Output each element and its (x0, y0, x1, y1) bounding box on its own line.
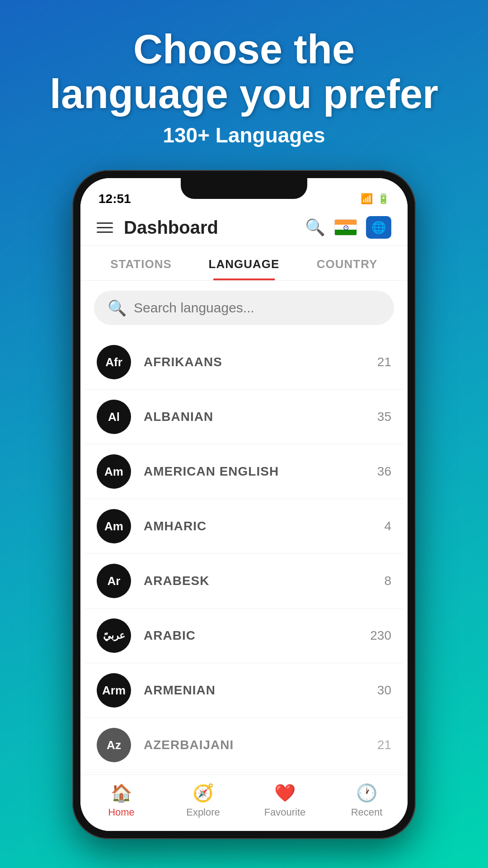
search-bar[interactable]: 🔍 (94, 291, 394, 325)
nav-recent[interactable]: 🕐 Recent (326, 783, 408, 818)
header-left: Dashboard (97, 217, 218, 238)
battery-icon: 🔋 (377, 193, 389, 205)
lang-avatar-amharic: Am (97, 509, 131, 543)
list-item[interactable]: Am AMERICAN ENGLISH 36 (85, 444, 403, 499)
status-bar: 12:51 📶 🔋 (80, 178, 408, 210)
lang-name-american-english: AMERICAN ENGLISH (144, 464, 377, 479)
lang-name-albanian: ALBANIAN (144, 410, 377, 424)
list-item[interactable]: Al ALBANIAN 35 (85, 390, 403, 444)
lang-count-azerbaijani: 21 (377, 738, 391, 752)
lang-name-azerbaijani: AZERBAIJANI (144, 738, 377, 752)
lang-avatar-arabic: عربيً (97, 618, 131, 653)
bottom-nav: 🏠 Home 🧭 Explore ❤️ Favourite 🕐 Recent (80, 774, 408, 831)
wifi-icon: 📶 (361, 193, 373, 205)
nav-explore-label: Explore (186, 807, 220, 818)
list-item[interactable]: Az AZERBAIJANI 21 (85, 718, 403, 773)
list-item[interactable]: Ar ARABESK 8 (85, 554, 403, 609)
tab-language[interactable]: LANGUAGE (192, 245, 296, 280)
phone-screen: 12:51 📶 🔋 Dashboard (80, 178, 408, 831)
lang-name-afrikaans: AFRIKAANS (144, 355, 377, 369)
hero-subtitle: 130+ Languages (50, 123, 438, 147)
lang-avatar-albanian: Al (97, 400, 131, 434)
nav-recent-label: Recent (351, 807, 383, 818)
flag-india[interactable] (334, 219, 357, 236)
nav-explore[interactable]: 🧭 Explore (162, 783, 244, 818)
lang-name-armenian: ARMENIAN (144, 683, 377, 698)
recent-icon: 🕐 (356, 783, 377, 803)
hero-title: Choose the language you prefer (50, 27, 438, 117)
lang-avatar-arabesk: Ar (97, 564, 131, 598)
lang-name-arabic: ARABIC (144, 628, 370, 643)
hero-section: Choose the language you prefer 130+ Lang… (23, 0, 465, 156)
lang-count-american-english: 36 (377, 464, 391, 479)
lang-avatar-american-english: Am (97, 454, 131, 489)
header-right: 🔍 🌐 (305, 216, 391, 239)
nav-favourite-label: Favourite (264, 807, 306, 818)
translate-icon: 🌐 (371, 221, 386, 235)
lang-count-armenian: 30 (377, 683, 391, 698)
lang-count-albanian: 35 (377, 410, 391, 424)
nav-home-label: Home (108, 807, 135, 818)
nav-favourite[interactable]: ❤️ Favourite (244, 783, 326, 818)
tab-country[interactable]: COUNTRY (296, 245, 399, 280)
menu-button[interactable] (97, 222, 113, 233)
phone-mockup: 12:51 📶 🔋 Dashboard (72, 170, 416, 839)
lang-count-amharic: 4 (384, 519, 391, 533)
language-list: Afr AFRIKAANS 21 Al ALBANIAN 35 (80, 335, 408, 774)
translate-button[interactable]: 🌐 (366, 216, 391, 239)
lang-avatar-afrikaans: Afr (97, 345, 131, 379)
home-icon: 🏠 (111, 783, 132, 803)
phone-notch (181, 178, 307, 199)
search-input[interactable] (134, 300, 380, 316)
phone-frame: 12:51 📶 🔋 Dashboard (72, 170, 416, 839)
tab-stations[interactable]: STATIONS (89, 245, 192, 280)
lang-count-afrikaans: 21 (377, 355, 391, 369)
nav-home[interactable]: 🏠 Home (80, 783, 162, 818)
lang-avatar-azerbaijani: Az (97, 728, 131, 762)
lang-avatar-armenian: Arm (97, 673, 131, 708)
status-time: 12:51 (99, 192, 131, 206)
search-bar-icon: 🔍 (108, 299, 127, 317)
lang-name-amharic: AMHARIC (144, 519, 384, 533)
lang-count-arabesk: 8 (384, 574, 391, 588)
app-title: Dashboard (124, 217, 218, 238)
list-item[interactable]: Arm ARMENIAN 30 (85, 663, 403, 718)
app-header: Dashboard 🔍 🌐 (80, 210, 408, 245)
lang-name-arabesk: ARABESK (144, 574, 384, 588)
list-item[interactable]: Am AMHARIC 4 (85, 499, 403, 554)
status-icons: 📶 🔋 (361, 193, 389, 205)
list-item[interactable]: Afr AFRIKAANS 21 (85, 335, 403, 390)
search-icon[interactable]: 🔍 (305, 218, 325, 237)
explore-icon: 🧭 (192, 783, 214, 803)
list-item[interactable]: عربيً ARABIC 230 (85, 609, 403, 663)
favourite-icon: ❤️ (274, 783, 296, 803)
tab-bar: STATIONS LANGUAGE COUNTRY (80, 245, 408, 281)
lang-count-arabic: 230 (370, 628, 391, 643)
